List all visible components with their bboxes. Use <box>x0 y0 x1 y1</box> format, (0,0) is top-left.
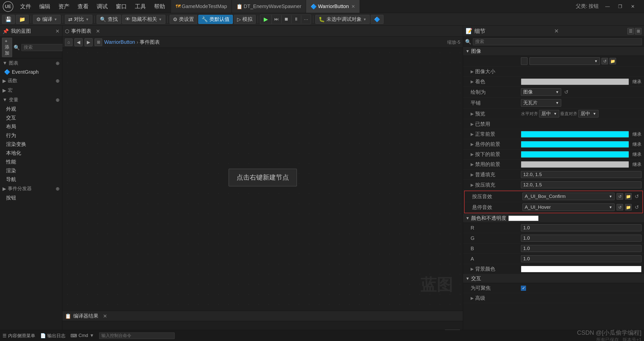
disabled-fg-swatch[interactable] <box>521 161 629 168</box>
diff-button[interactable]: ⇄ 对比 ▼ <box>65 15 92 24</box>
behavior-item[interactable]: 行为 <box>0 131 62 140</box>
event-dispatcher-section[interactable]: ▶ 事件分发器 ⊕ <box>0 184 62 193</box>
add-button[interactable]: + 添加 <box>2 38 12 57</box>
press-sound-folder-icon[interactable]: 📁 <box>625 193 632 200</box>
hover-sound-undo-icon[interactable]: ↺ <box>634 204 640 210</box>
image-none-button[interactable] <box>521 57 527 65</box>
restore-button[interactable]: ❐ <box>616 3 624 10</box>
menu-asset[interactable]: 资产 <box>55 2 73 11</box>
stop-button[interactable]: ⏹ <box>282 15 291 23</box>
appearance-item[interactable]: 外观 <box>0 105 62 113</box>
functions-section[interactable]: ▶ 函数 ⊕ <box>0 76 62 86</box>
draw-as-dropdown[interactable]: 图像 ▼ <box>521 88 561 96</box>
event-graph-item[interactable]: 🔷 EventGraph <box>0 68 62 76</box>
pause-button[interactable]: ⏸ <box>291 15 301 23</box>
graph-section[interactable]: ▼ 图表 ⊕ <box>0 58 62 68</box>
close-button[interactable]: ✕ <box>629 3 636 10</box>
hover-sound-reset-icon[interactable]: ↺ <box>617 204 623 210</box>
hide-unrelated-button[interactable]: 👁 隐藏不相关 ▼ <box>122 15 165 24</box>
pressed-fg-swatch[interactable] <box>521 151 629 158</box>
detail-panel-close[interactable]: ✕ <box>554 28 559 34</box>
render-item[interactable]: 渲染 <box>0 166 62 175</box>
tiling-dropdown[interactable]: 无瓦片 ▼ <box>521 99 561 107</box>
render-transform-item[interactable]: 渲染变换 <box>0 140 62 149</box>
variables-add-icon[interactable]: ⊕ <box>56 97 60 103</box>
navigation-item[interactable]: 导航 <box>0 175 62 184</box>
tint-color-swatch[interactable] <box>521 78 629 85</box>
menu-file[interactable]: 文件 <box>17 2 35 11</box>
localization-item[interactable]: 本地化 <box>0 149 62 157</box>
interaction-item[interactable]: 交互 <box>0 113 62 122</box>
hover-sound-dropdown[interactable]: A_UI_Hover ▼ <box>522 203 615 211</box>
breadcrumb-root[interactable]: WarriorButton <box>104 39 135 45</box>
image-folder-icon[interactable]: 📁 <box>610 58 616 64</box>
tab-close-button[interactable]: ✕ <box>351 4 355 9</box>
detail-scroll-area[interactable]: ▼ 图像 ▼ ↺ 📁 <box>463 47 644 341</box>
menu-tools[interactable]: 工具 <box>131 2 149 11</box>
cmd-item[interactable]: ⌨ Cmd ▼ <box>70 333 94 338</box>
focusable-checkbox[interactable]: ✓ <box>521 286 526 291</box>
menu-debug[interactable]: 调试 <box>93 2 111 11</box>
g-input[interactable] <box>521 235 641 242</box>
blueprint-panel-close[interactable]: ✕ <box>55 28 60 34</box>
normal-padding-input[interactable] <box>521 171 641 178</box>
save-button[interactable]: 💾 <box>2 15 15 24</box>
button-item[interactable]: 按钮 <box>0 193 62 202</box>
console-input[interactable] <box>99 332 175 339</box>
list-view-icon[interactable]: ☰ <box>627 28 634 34</box>
layout-item[interactable]: 布局 <box>0 122 62 131</box>
tab-gamemodetestmap[interactable]: 🗺 GameModeTestMap <box>171 0 232 13</box>
draw-as-reset-icon[interactable]: ↺ <box>563 89 570 95</box>
event-graph-close[interactable]: ✕ <box>96 28 100 34</box>
detail-search-input[interactable] <box>473 38 642 45</box>
simulate-button[interactable]: ▷ 模拟 <box>234 15 256 24</box>
minimize-button[interactable]: — <box>604 3 611 10</box>
performance-item[interactable]: 性能 <box>0 157 62 166</box>
event-dispatcher-add-icon[interactable]: ⊕ <box>56 186 60 192</box>
graph-canvas[interactable]: 点击右键新建节点 蓝图 <box>62 48 463 311</box>
hover-fg-swatch[interactable] <box>521 141 629 148</box>
debug-dropdown[interactable]: 🐛 未选中调试对象 ▼ <box>315 15 370 24</box>
menu-help[interactable]: 帮助 <box>150 2 169 11</box>
tab-dt-enemy[interactable]: 📋 DT_EnemyWaveSpawner <box>232 0 306 13</box>
r-input[interactable] <box>521 224 641 231</box>
tab-warriorbutton[interactable]: 🔷 WarriorButton ✕ <box>306 0 360 13</box>
compile-button[interactable]: ⚙ 编译 ▼ <box>33 15 61 24</box>
menu-window[interactable]: 窗口 <box>112 2 130 11</box>
graph-back-button[interactable]: ◀ <box>74 38 83 46</box>
graph-add-icon[interactable]: ⊕ <box>56 60 60 66</box>
normal-fg-swatch[interactable] <box>521 131 629 138</box>
graph-forward-button[interactable]: ▶ <box>85 38 93 46</box>
graph-home-icon[interactable]: ⌂ <box>65 38 72 46</box>
graph-breadcrumb-icon[interactable]: ⊞ <box>95 38 102 46</box>
h-align-dropdown[interactable]: 居中 ▼ <box>539 110 559 117</box>
image-dropdown[interactable]: ▼ <box>529 57 600 65</box>
press-sound-undo-icon[interactable]: ↺ <box>634 193 640 199</box>
play-button[interactable]: ▶ <box>260 15 272 24</box>
variables-section[interactable]: ▼ 变量 ⊕ <box>0 95 62 105</box>
grid-view-icon[interactable]: ⊞ <box>635 28 641 34</box>
find-button[interactable]: 🔍 查找 <box>97 15 121 24</box>
press-sound-reset-icon[interactable]: ↺ <box>617 193 623 200</box>
find-in-blueprint-button[interactable]: 📁 <box>16 15 29 24</box>
image-reset-icon[interactable]: ↺ <box>601 58 608 64</box>
compiler-close[interactable]: ✕ <box>103 313 107 319</box>
more-play-button[interactable]: ⋯ <box>301 15 311 23</box>
output-log-item[interactable]: 📄 输出日志 <box>40 333 65 339</box>
color-section-swatch[interactable] <box>508 216 539 221</box>
bg-color-swatch[interactable] <box>521 266 641 272</box>
content-browser-item[interactable]: ☰ 内容侧滑菜单 <box>3 333 35 339</box>
v-align-dropdown[interactable]: 居中 ▼ <box>578 110 598 117</box>
menu-edit[interactable]: 编辑 <box>36 2 54 11</box>
class-defaults-button[interactable]: 🔧 类默认值 <box>198 15 233 24</box>
pressed-padding-input[interactable] <box>521 181 641 188</box>
press-sound-dropdown[interactable]: A_UI_Box_Confirm ▼ <box>522 193 615 200</box>
functions-add-icon[interactable]: ⊕ <box>56 78 60 84</box>
step-button[interactable]: ⏭ <box>272 15 282 23</box>
a-input[interactable] <box>521 255 641 262</box>
class-settings-button[interactable]: ⚙ 类设置 <box>170 15 197 24</box>
b-input[interactable] <box>521 245 641 252</box>
menu-view[interactable]: 查看 <box>74 2 92 11</box>
hover-sound-folder-icon[interactable]: 📁 <box>625 204 632 210</box>
macros-section[interactable]: ▶ 宏 <box>0 86 62 95</box>
